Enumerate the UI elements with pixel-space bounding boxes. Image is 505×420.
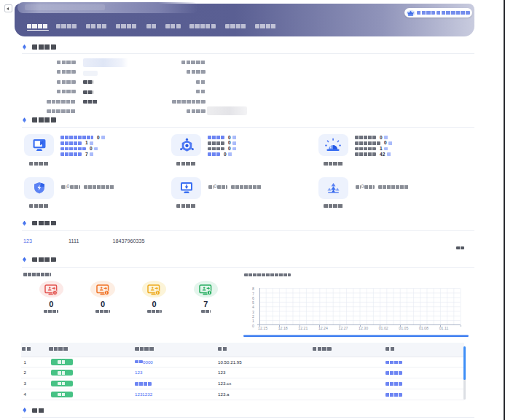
svg-text:12.18: 12.18 bbox=[278, 326, 288, 330]
svg-text:8: 8 bbox=[252, 287, 254, 291]
svg-text:12.21: 12.21 bbox=[298, 326, 308, 330]
svg-text:3: 3 bbox=[252, 310, 254, 314]
svg-text:12.30: 12.30 bbox=[359, 326, 368, 330]
svg-text:4: 4 bbox=[252, 305, 254, 309]
svg-text:7: 7 bbox=[252, 292, 254, 296]
svg-text:01.11: 01.11 bbox=[439, 326, 449, 330]
svg-text:6: 6 bbox=[252, 296, 254, 300]
svg-text:5: 5 bbox=[252, 300, 254, 305]
svg-text:12.24: 12.24 bbox=[318, 326, 328, 330]
svg-text:01.02: 01.02 bbox=[379, 326, 388, 330]
svg-text:12.27: 12.27 bbox=[339, 326, 348, 330]
svg-text:2: 2 bbox=[252, 314, 254, 319]
svg-text:01.05: 01.05 bbox=[399, 326, 408, 330]
svg-text:12.15: 12.15 bbox=[258, 326, 267, 330]
svg-text:0: 0 bbox=[252, 324, 254, 328]
svg-text:1: 1 bbox=[252, 319, 254, 323]
svg-text:01.08: 01.08 bbox=[419, 326, 428, 330]
